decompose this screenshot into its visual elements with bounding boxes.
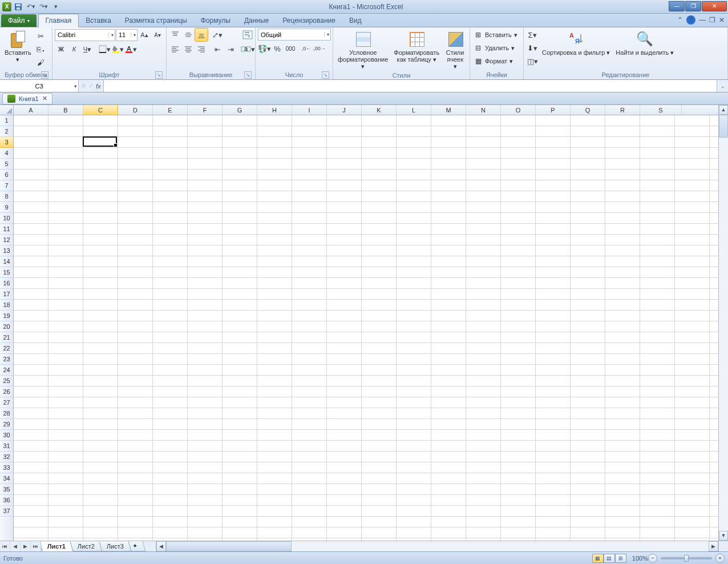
clipboard-dialog-launcher[interactable]: ↘: [41, 71, 48, 79]
new-sheet-button[interactable]: ✦: [128, 541, 146, 551]
column-header[interactable]: G: [223, 105, 257, 115]
zoom-out-button[interactable]: −: [648, 554, 657, 563]
cut-button[interactable]: ✂: [35, 30, 47, 42]
row-header[interactable]: 34: [0, 473, 13, 484]
qat-customize-button[interactable]: ▾: [50, 1, 62, 13]
wrap-text-button[interactable]: [240, 29, 255, 41]
find-select-button[interactable]: 🔍 Найти и выделить ▾: [613, 29, 676, 57]
column-header[interactable]: M: [431, 105, 466, 115]
underline-button[interactable]: Ч▾: [81, 43, 94, 55]
row-header[interactable]: 16: [0, 278, 13, 289]
row-header[interactable]: 20: [0, 321, 13, 332]
row-header[interactable]: 33: [0, 462, 13, 473]
copy-button[interactable]: ⎘▾: [35, 43, 47, 55]
column-header[interactable]: E: [153, 105, 188, 115]
row-header[interactable]: 19: [0, 311, 13, 321]
row-header[interactable]: 12: [0, 235, 13, 245]
percent-format-button[interactable]: %: [271, 42, 284, 55]
tab-page-layout[interactable]: Разметка страницы: [118, 14, 194, 27]
row-header[interactable]: 18: [0, 300, 13, 311]
row-header[interactable]: 17: [0, 289, 13, 300]
column-header[interactable]: Q: [571, 105, 605, 115]
row-header[interactable]: 37: [0, 506, 13, 517]
help-icon[interactable]: ?: [686, 15, 695, 25]
minimize-button[interactable]: —: [669, 1, 685, 11]
row-header[interactable]: 36: [0, 495, 13, 506]
sheet-nav-next[interactable]: ▶: [21, 541, 31, 551]
scroll-right-button[interactable]: ▶: [709, 541, 718, 551]
row-header[interactable]: 8: [0, 191, 13, 202]
paste-button[interactable]: Вставить▾: [2, 29, 34, 64]
row-header[interactable]: 4: [0, 148, 13, 159]
tab-data[interactable]: Данные: [237, 14, 276, 27]
horizontal-scroll-thumb[interactable]: [166, 541, 292, 551]
row-header[interactable]: 21: [0, 332, 13, 343]
close-workbook-button[interactable]: ✕: [42, 95, 47, 102]
decrease-decimal-button[interactable]: ,00→: [313, 42, 326, 55]
row-header[interactable]: 7: [0, 180, 13, 191]
row-header[interactable]: 11: [0, 224, 13, 235]
mdi-minimize-button[interactable]: —: [699, 16, 706, 24]
formula-input[interactable]: [103, 80, 717, 92]
merge-center-button[interactable]: a▾: [240, 43, 255, 55]
increase-font-button[interactable]: A▴: [138, 29, 151, 41]
format-as-table-button[interactable]: Форматировать как таблицу ▾: [391, 29, 442, 64]
normal-view-button[interactable]: ▦: [592, 554, 604, 563]
font-color-button[interactable]: A▾: [124, 43, 137, 55]
expand-formula-bar-button[interactable]: ⌄: [717, 80, 728, 92]
format-cells-button[interactable]: ▦Формат ▾: [472, 55, 521, 67]
fill-button[interactable]: ⬇▾: [526, 42, 539, 54]
column-header[interactable]: P: [536, 105, 571, 115]
zoom-slider-track[interactable]: [661, 557, 712, 559]
zoom-in-button[interactable]: +: [715, 554, 725, 563]
column-header[interactable]: L: [397, 105, 431, 115]
tab-home[interactable]: Главная: [38, 14, 79, 27]
row-header[interactable]: 3: [0, 137, 13, 148]
align-right-button[interactable]: [195, 43, 208, 55]
row-header[interactable]: 28: [0, 408, 13, 419]
cancel-formula-button[interactable]: ✕: [81, 82, 86, 90]
page-break-view-button[interactable]: ⊞: [615, 554, 626, 563]
row-header[interactable]: 1: [0, 115, 13, 126]
column-header[interactable]: A: [14, 105, 48, 115]
page-layout-view-button[interactable]: ▤: [604, 554, 615, 563]
name-box-input[interactable]: [0, 83, 78, 90]
maximize-button[interactable]: ❐: [685, 1, 701, 11]
font-name-combo[interactable]: Calibri▾: [55, 29, 115, 41]
delete-cells-button[interactable]: ⊟Удалить ▾: [472, 42, 521, 54]
decrease-font-button[interactable]: A▾: [151, 29, 164, 41]
row-header[interactable]: 6: [0, 170, 13, 180]
minimize-ribbon-button[interactable]: ⌃: [677, 16, 683, 24]
close-button[interactable]: ✕: [702, 1, 727, 11]
row-header[interactable]: 24: [0, 365, 13, 376]
row-header[interactable]: 32: [0, 452, 13, 462]
redo-button[interactable]: ↷▾: [38, 1, 49, 13]
bold-button[interactable]: Ж: [55, 43, 67, 55]
font-size-combo[interactable]: 11▾: [116, 29, 137, 41]
font-dialog-launcher[interactable]: ↘: [155, 71, 163, 79]
align-left-button[interactable]: [169, 43, 181, 55]
clear-button[interactable]: ◫▾: [526, 55, 539, 67]
column-header[interactable]: S: [640, 105, 682, 115]
sheet-tab[interactable]: Лист2: [70, 542, 103, 551]
number-dialog-launcher[interactable]: ↘: [322, 71, 329, 79]
undo-button[interactable]: ↶▾: [25, 1, 37, 13]
row-header[interactable]: 27: [0, 397, 13, 408]
column-header[interactable]: D: [118, 105, 153, 115]
tab-formulas[interactable]: Формулы: [194, 14, 237, 27]
scroll-left-button[interactable]: ◀: [156, 541, 166, 551]
row-header[interactable]: 29: [0, 419, 13, 430]
row-header[interactable]: 26: [0, 386, 13, 397]
row-header[interactable]: 13: [0, 245, 13, 256]
row-header[interactable]: 35: [0, 484, 13, 495]
scroll-up-button[interactable]: ▲: [719, 105, 728, 115]
column-header[interactable]: C: [83, 105, 118, 115]
row-header[interactable]: 23: [0, 354, 13, 365]
row-header[interactable]: 9: [0, 202, 13, 213]
vertical-scroll-thumb[interactable]: [719, 115, 728, 138]
name-box[interactable]: ▾: [0, 80, 79, 92]
increase-decimal-button[interactable]: ,0←: [300, 42, 313, 55]
row-header[interactable]: 31: [0, 441, 13, 452]
fill-color-button[interactable]: ▾: [111, 43, 124, 55]
row-header[interactable]: 14: [0, 256, 13, 267]
